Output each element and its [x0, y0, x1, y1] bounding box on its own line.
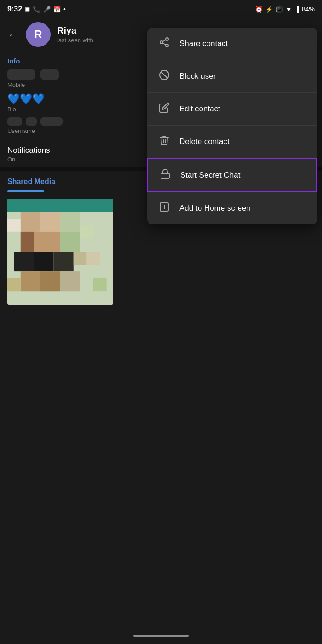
svg-rect-5 [21, 232, 34, 252]
share-contact-label: Share contact [179, 39, 228, 48]
battery-level: 84% [302, 6, 315, 13]
menu-item-edit-contact[interactable]: Edit contact [147, 93, 317, 126]
home-indicator [133, 635, 189, 637]
status-bar: 9:32 ▣ 📞 🎤 📅 • ⏰ ⚡ 📳 ▼ ▐ 84% [0, 0, 322, 18]
svg-rect-12 [21, 271, 40, 291]
back-button[interactable]: ← [7, 28, 18, 41]
mute-icon: 🎤 [43, 6, 51, 13]
media-thumbnail[interactable] [7, 199, 113, 305]
media-tab-indicator [7, 190, 44, 192]
svg-rect-10 [54, 252, 74, 271]
phone-icon: 📞 [33, 6, 40, 13]
bluetooth-icon: ⚡ [265, 6, 273, 13]
context-menu: Share contact Block user Edit contact [147, 28, 317, 224]
menu-item-start-secret-chat[interactable]: Start Secret Chat [147, 158, 317, 192]
notifications-title: Notifications [7, 146, 50, 155]
contact-info: R Riya last seen with [26, 22, 93, 47]
svg-line-23 [163, 43, 166, 45]
svg-rect-19 [93, 278, 107, 292]
vibrate-icon: 📳 [276, 6, 283, 13]
username-placeholder-2 [26, 117, 37, 126]
svg-rect-27 [161, 173, 169, 178]
phone-placeholder-1 [7, 69, 35, 80]
add-home-icon [158, 201, 170, 215]
sim-icon: ▣ [25, 6, 30, 12]
wifi-icon: ▼ [286, 6, 292, 13]
username-placeholder-1 [7, 117, 22, 126]
menu-item-block-user[interactable]: Block user [147, 60, 317, 93]
alarm-icon: ⏰ [255, 6, 263, 13]
notifications-status: On [7, 156, 50, 163]
svg-rect-8 [14, 252, 34, 271]
avatar: R [26, 22, 51, 47]
svg-rect-2 [21, 212, 40, 232]
svg-rect-17 [87, 252, 100, 265]
contact-status: last seen with [57, 37, 93, 44]
menu-item-delete-contact[interactable]: Delete contact [147, 126, 317, 158]
dot-icon: • [63, 6, 66, 13]
svg-rect-3 [40, 212, 60, 232]
delete-contact-label: Delete contact [179, 137, 230, 146]
svg-rect-9 [34, 252, 54, 271]
menu-item-share-contact[interactable]: Share contact [147, 28, 317, 60]
username-placeholder-3 [40, 117, 63, 126]
svg-rect-6 [34, 232, 61, 252]
svg-rect-1 [7, 199, 113, 212]
svg-rect-15 [7, 218, 21, 232]
svg-line-26 [161, 72, 167, 78]
svg-rect-11 [74, 252, 87, 265]
delete-icon [158, 135, 170, 149]
start-secret-chat-label: Start Secret Chat [180, 171, 240, 180]
status-time: 9:32 [7, 5, 22, 13]
svg-rect-16 [80, 225, 93, 239]
bio-emoji: 💙💙💙 [7, 93, 45, 105]
calendar-icon: 📅 [53, 6, 61, 13]
svg-rect-13 [40, 271, 60, 291]
add-to-home-label: Add to Home screen [179, 204, 251, 213]
block-user-label: Block user [179, 72, 216, 81]
contact-name: Riya [57, 25, 93, 36]
svg-line-24 [163, 40, 166, 42]
edit-icon [158, 102, 170, 116]
svg-rect-18 [7, 278, 21, 292]
svg-rect-4 [60, 212, 80, 232]
block-icon [158, 69, 170, 83]
menu-item-add-to-home[interactable]: Add to Home screen [147, 192, 317, 224]
lock-icon [159, 168, 171, 182]
edit-contact-label: Edit contact [179, 104, 220, 114]
share-icon [158, 37, 170, 51]
signal-icon: ▐ [295, 6, 299, 13]
svg-rect-14 [60, 271, 80, 291]
svg-rect-7 [60, 232, 80, 252]
phone-placeholder-2 [40, 69, 59, 80]
